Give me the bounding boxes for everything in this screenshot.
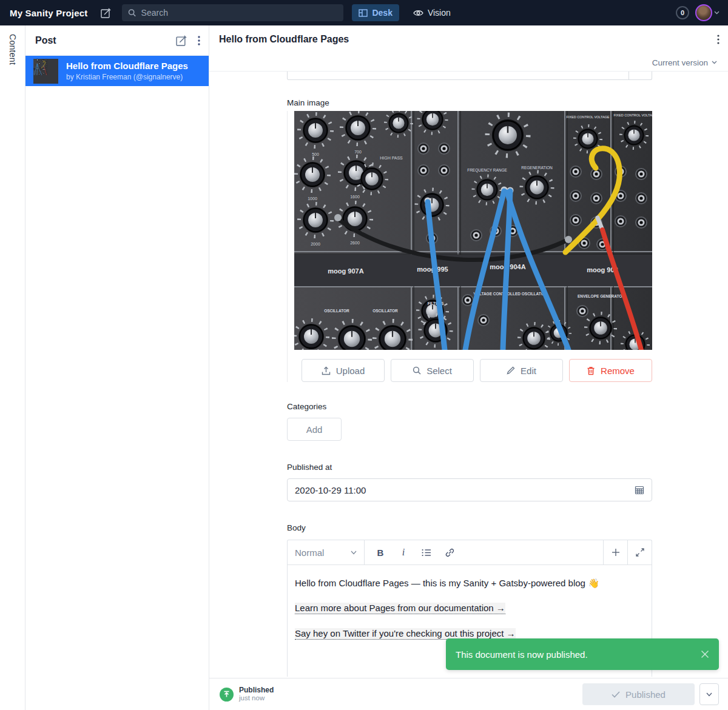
compose-icon: [101, 8, 111, 18]
italic-button[interactable]: i: [393, 540, 414, 564]
link-icon: [445, 548, 454, 557]
post-thumbnail: [33, 59, 58, 84]
chevron-down-icon: [712, 61, 717, 64]
edit-button[interactable]: Edit: [480, 359, 563, 382]
calendar-icon: [635, 485, 644, 495]
tab-vision[interactable]: Vision: [406, 4, 457, 21]
publish-status-time: just now: [239, 694, 274, 703]
bold-label: B: [377, 548, 384, 558]
toast-close-button[interactable]: [701, 650, 709, 658]
document-form-scroll-area[interactable]: Main image Upload Select: [209, 72, 728, 678]
project-title: My Sanity Project: [10, 8, 87, 18]
kebab-menu-icon: [198, 36, 200, 45]
bullet-list-icon: [422, 549, 431, 557]
search-input[interactable]: [141, 8, 338, 18]
body-link-documentation[interactable]: Learn more about Pages from our document…: [295, 603, 505, 614]
chevron-down-icon: [706, 692, 712, 697]
check-icon: [612, 691, 620, 698]
trash-icon: [587, 366, 595, 375]
tab-desk-label: Desk: [372, 8, 392, 18]
create-post-button[interactable]: [176, 35, 187, 46]
post-panel-title: Post: [35, 35, 56, 46]
pencil-icon: [507, 366, 515, 375]
main-image-field: Upload Select Edit Remove: [287, 111, 652, 382]
search-icon: [413, 366, 421, 375]
select-button[interactable]: Select: [391, 359, 474, 382]
kebab-menu-icon: [717, 35, 720, 44]
fullscreen-button[interactable]: [627, 540, 652, 564]
post-list-item-selected[interactable]: Hello from Cloudflare Pages by Kristian …: [25, 56, 209, 86]
body-link-twitter[interactable]: Say hey on Twitter if you're checking ou…: [295, 628, 516, 640]
insert-block-button[interactable]: [603, 540, 627, 564]
post-item-subtitle: by Kristian Freeman (@signalnerve): [66, 73, 188, 81]
italic-label: i: [402, 547, 405, 558]
toolbar-spacer: [460, 540, 603, 564]
document-footer: Published just now Published: [209, 678, 728, 710]
publish-actions-menu-button[interactable]: [699, 683, 719, 705]
notifications-count: 0: [681, 9, 684, 16]
document-header: Hello from Cloudflare Pages Current vers…: [209, 25, 728, 72]
upload-icon: [322, 366, 331, 375]
chevron-down-icon: [351, 551, 357, 555]
document-menu-button[interactable]: [717, 35, 720, 44]
post-panel-header: Post: [25, 25, 209, 56]
body-paragraph: Hello from Cloudflare Pages — this is my…: [295, 577, 643, 589]
top-navbar: My Sanity Project Desk Vision 0: [0, 0, 728, 25]
success-toast: This document is now published.: [446, 638, 719, 670]
version-label: Current version: [652, 58, 708, 67]
sidebar-content-tab[interactable]: Content: [0, 25, 25, 710]
plus-icon: [612, 548, 620, 557]
tab-desk[interactable]: Desk: [352, 4, 399, 21]
desk-icon: [359, 8, 368, 18]
upload-button-label: Upload: [336, 366, 365, 376]
post-panel-menu-button[interactable]: [198, 36, 200, 45]
body-label: Body: [287, 523, 652, 532]
search-icon: [128, 8, 136, 17]
remove-button[interactable]: Remove: [569, 359, 652, 382]
slug-input-truncated[interactable]: [287, 72, 652, 80]
document-editor-pane: Hello from Cloudflare Pages Current vers…: [209, 25, 728, 710]
tab-vision-label: Vision: [428, 8, 451, 18]
select-button-label: Select: [426, 366, 452, 376]
publish-arrow-icon: [223, 691, 230, 698]
calendar-button[interactable]: [635, 485, 644, 495]
main-image-preview[interactable]: [294, 111, 652, 350]
published-at-field: [287, 478, 652, 501]
body-toolbar: Normal B i: [288, 540, 652, 565]
categories-label: Categories: [287, 402, 652, 411]
compose-icon: [176, 35, 187, 46]
chevron-down-icon: [714, 11, 720, 15]
link-button[interactable]: [439, 540, 460, 564]
main-image-label: Main image: [287, 98, 652, 107]
edit-button-label: Edit: [521, 366, 536, 376]
version-selector[interactable]: Current version: [652, 58, 717, 67]
remove-button-label: Remove: [601, 366, 635, 376]
text-style-value: Normal: [295, 548, 324, 558]
sidebar-content-label: Content: [8, 34, 18, 65]
upload-button[interactable]: Upload: [302, 359, 385, 382]
published-at-input[interactable]: [295, 485, 635, 495]
toast-message: This document is now published.: [456, 649, 588, 660]
bullet-list-button[interactable]: [416, 540, 437, 564]
text-style-select[interactable]: Normal: [288, 540, 365, 564]
published-at-label: Published at: [287, 463, 652, 472]
global-search[interactable]: [122, 4, 343, 21]
eye-icon: [413, 9, 423, 17]
bold-button[interactable]: B: [369, 540, 391, 564]
post-list-panel: Post Hello from Cloudflare Pages by Kris…: [25, 25, 209, 710]
new-document-button[interactable]: [101, 8, 111, 18]
post-item-title: Hello from Cloudflare Pages: [66, 61, 188, 72]
slug-input-divider: [629, 72, 629, 79]
document-title: Hello from Cloudflare Pages: [219, 34, 349, 45]
notifications-badge[interactable]: 0: [676, 6, 689, 19]
published-button[interactable]: Published: [582, 683, 695, 705]
expand-icon: [636, 548, 644, 557]
add-category-button[interactable]: Add: [287, 418, 342, 441]
avatar: [695, 4, 712, 21]
publish-status-icon: [220, 688, 234, 702]
published-button-label: Published: [625, 689, 666, 700]
user-menu[interactable]: [695, 4, 720, 21]
sanity-studio: 500700 10001600 20002600 HIGH PASS FREQU…: [0, 0, 728, 710]
close-icon: [701, 650, 709, 658]
publish-status-title: Published: [239, 686, 274, 694]
